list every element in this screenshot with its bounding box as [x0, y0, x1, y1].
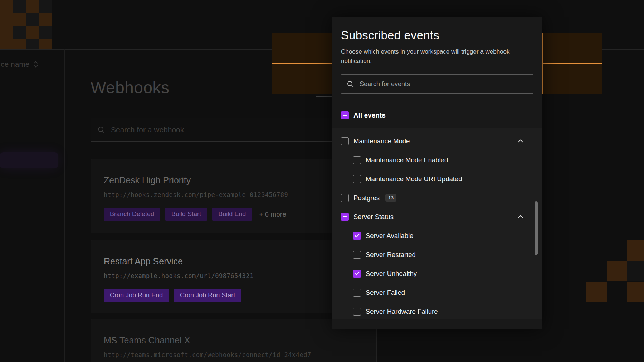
event-row: Server Unhealthy	[341, 264, 533, 283]
event-label: Server Status	[353, 213, 394, 221]
event-row: Maintenance Mode URI Updated	[341, 169, 533, 188]
decor-square	[627, 282, 644, 302]
webhook-name: MS Teams Channel X	[104, 335, 364, 346]
modal-title: Subscribed events	[341, 17, 533, 42]
event-label: Server Unhealthy	[366, 270, 417, 278]
decor-orange-grid-right	[542, 33, 602, 94]
event-label: Maintenance Mode Enabled	[366, 156, 448, 164]
checkbox-checked[interactable]	[353, 270, 361, 278]
event-row: Server Failed	[341, 283, 533, 302]
event-list: Maintenance ModeMaintenance Mode Enabled…	[332, 128, 542, 319]
decor-square	[0, 39, 13, 49]
decor-square	[627, 261, 644, 281]
modal-scrollbar[interactable]	[535, 201, 538, 255]
event-count-badge: 13	[385, 194, 396, 202]
events-search[interactable]	[341, 74, 533, 94]
sidebar-active-item[interactable]	[0, 152, 58, 168]
search-icon	[97, 126, 105, 134]
more-tags-label: + 6 more	[259, 210, 286, 218]
app-canvas: ce name Webhooks ZenDesk High Priorityht…	[0, 0, 644, 362]
decor-square	[39, 26, 52, 39]
webhook-url: http://hooks.zendesk.com/pipe-example_01…	[104, 191, 364, 198]
checkbox-unchecked[interactable]	[353, 156, 361, 164]
decor-square	[39, 39, 52, 49]
event-label: Maintenance Mode	[353, 137, 410, 145]
all-events-row: All events	[341, 111, 533, 119]
event-label: Server Restarted	[366, 251, 416, 259]
event-tag: Branch Deleted	[104, 208, 160, 221]
decor-square	[26, 13, 39, 26]
event-row: Server Hardware Failure	[341, 302, 533, 319]
decor-square	[0, 13, 13, 26]
event-label: Postgres	[353, 194, 380, 202]
event-row: Maintenance Mode	[341, 132, 533, 150]
decor-square	[0, 0, 13, 13]
webhook-tags: Cron Job Run EndCron Job Run Start	[104, 289, 364, 302]
collapse-group-button[interactable]	[518, 139, 523, 143]
checkbox-unchecked[interactable]	[353, 251, 361, 259]
checkbox-indeterminate[interactable]	[341, 213, 349, 221]
decor-square	[13, 0, 26, 13]
workspace-name-label: ce name	[1, 60, 30, 69]
decor-square	[26, 39, 39, 49]
event-label: Server Available	[366, 232, 413, 240]
event-row: Server Status	[341, 207, 533, 226]
workspace-name[interactable]: ce name	[1, 60, 38, 69]
events-search-input[interactable]	[359, 80, 533, 88]
webhook-url: http://example.hooks.com/url/0987654321	[104, 272, 364, 279]
search-icon	[347, 80, 354, 88]
event-label: Maintenance Mode URI Updated	[366, 175, 462, 183]
event-row: Server Restarted	[341, 245, 533, 264]
checkbox-unchecked[interactable]	[353, 289, 361, 297]
webhook-tags: Branch DeletedBuild StartBuild End+ 6 mo…	[104, 208, 364, 221]
event-tag: Cron Job Run Start	[174, 289, 241, 302]
decor-outline-box	[316, 96, 333, 112]
modal-header: Subscribed events Choose which events in…	[332, 17, 542, 128]
checkbox-unchecked[interactable]	[353, 175, 361, 183]
event-tag: Build Start	[165, 208, 207, 221]
page-title: Webhooks	[91, 78, 170, 97]
decor-orange-grid-left	[272, 33, 332, 94]
event-row: Maintenance Mode Enabled	[341, 150, 533, 169]
event-row: Server Available	[341, 226, 533, 245]
webhook-name: Restart App Service	[104, 256, 364, 267]
all-events-label: All events	[353, 111, 386, 119]
webhook-url: http://teams.microsoft.com/webhooks/conn…	[104, 351, 364, 358]
event-tag: Build End	[212, 208, 252, 221]
collapse-group-button[interactable]	[518, 215, 523, 218]
decor-square	[13, 26, 26, 39]
event-label: Server Hardware Failure	[366, 308, 438, 316]
all-events-checkbox[interactable]	[341, 111, 349, 119]
webhook-name: ZenDesk High Priority	[104, 175, 364, 185]
modal-description: Choose which events in your workspace wi…	[341, 47, 527, 66]
checkbox-unchecked[interactable]	[341, 137, 349, 145]
decor-square	[39, 13, 52, 26]
event-label: Server Failed	[366, 289, 405, 297]
chevron-up-icon	[518, 215, 523, 218]
decor-square	[26, 0, 39, 13]
decor-square	[607, 261, 627, 281]
event-tag: Cron Job Run End	[104, 289, 169, 302]
decor-checkerboard-top-left	[0, 0, 52, 49]
decor-square	[26, 26, 39, 39]
decor-square	[586, 282, 607, 302]
checkbox-unchecked[interactable]	[353, 308, 361, 316]
decor-square	[13, 13, 26, 26]
decor-square	[13, 39, 26, 49]
sidebar-divider	[64, 49, 65, 362]
checkbox-checked[interactable]	[353, 232, 361, 240]
decor-square	[39, 0, 52, 13]
checkbox-unchecked[interactable]	[341, 194, 349, 202]
chevron-up-icon	[518, 139, 523, 143]
sort-chevrons-icon	[33, 61, 38, 68]
subscribed-events-modal: Subscribed events Choose which events in…	[332, 17, 542, 329]
decor-square	[627, 240, 644, 261]
event-row: Postgres13	[341, 188, 533, 207]
decor-square	[0, 26, 13, 39]
